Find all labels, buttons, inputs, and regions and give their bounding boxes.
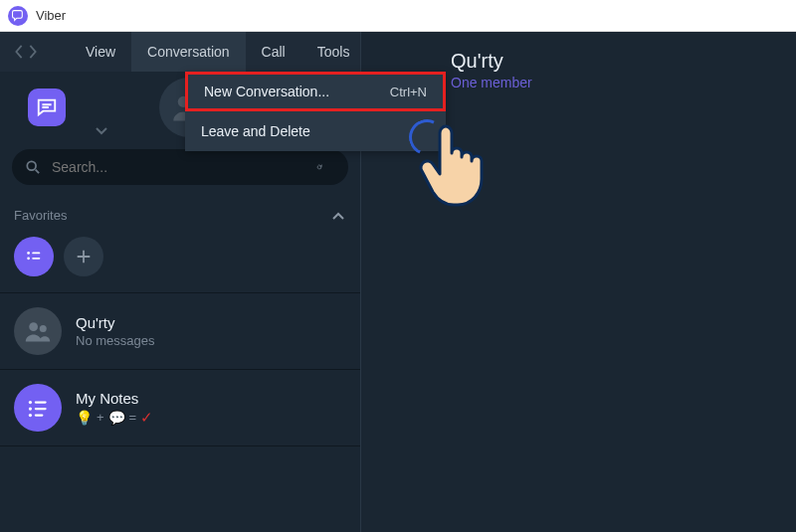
svg-rect-4	[32, 258, 40, 260]
conversation-subtitle-emoji: 💡 + 💬 = ✓	[76, 409, 153, 427]
search-icon	[26, 160, 40, 174]
svg-point-1	[27, 252, 30, 255]
window-titlebar: Viber	[0, 0, 796, 32]
check-icon: ✓	[140, 409, 153, 427]
conversation-dropdown: New Conversation... Ctrl+N Leave and Del…	[185, 72, 446, 151]
menu-new-conversation[interactable]: New Conversation... Ctrl+N	[185, 72, 446, 111]
menubar: View Conversation Call Tools Help	[0, 32, 360, 72]
menu-view[interactable]: View	[70, 32, 131, 72]
favorites-label: Favorites	[14, 208, 67, 223]
svg-point-7	[29, 401, 32, 404]
favorites-chips	[0, 231, 360, 292]
favorite-notes-chip[interactable]	[14, 237, 54, 276]
search-input[interactable]	[52, 159, 316, 175]
window-title: Viber	[36, 8, 66, 23]
nav-back-button[interactable]	[14, 40, 24, 64]
svg-point-3	[27, 257, 30, 260]
chat-icon[interactable]	[28, 89, 66, 126]
menu-leave-and-delete[interactable]: Leave and Delete	[185, 111, 446, 151]
hand-pointer-icon	[416, 123, 494, 215]
conversation-subtitle: No messages	[76, 333, 154, 348]
svg-point-0	[27, 161, 36, 170]
svg-point-11	[29, 414, 32, 417]
plus-icon	[75, 248, 93, 266]
chevron-up-icon	[332, 206, 344, 224]
chevron-down-icon[interactable]	[96, 121, 107, 139]
refresh-button[interactable]	[316, 158, 334, 176]
add-favorite-button[interactable]	[64, 237, 103, 276]
chat-members-link[interactable]: One member	[451, 75, 796, 90]
conversation-qurty[interactable]: Qu'rty No messages	[0, 292, 360, 369]
conversation-mynotes[interactable]: My Notes 💡 + 💬 = ✓	[0, 369, 360, 446]
dropdown-item-label: New Conversation...	[204, 84, 329, 99]
plus-text: +	[97, 410, 104, 425]
menu-conversation[interactable]: Conversation	[131, 32, 246, 72]
svg-rect-10	[35, 408, 47, 410]
favorites-header[interactable]: Favorites	[0, 199, 360, 231]
thought-emoji-icon: 💬	[108, 410, 125, 426]
svg-point-5	[29, 322, 38, 331]
bulb-emoji-icon: 💡	[76, 410, 93, 426]
equals-text: =	[129, 410, 137, 425]
dropdown-item-label: Leave and Delete	[201, 123, 310, 139]
group-avatar-icon	[14, 307, 62, 355]
conversation-name: My Notes	[76, 390, 153, 407]
viber-logo-icon	[8, 6, 28, 26]
chat-title: Qu'rty	[451, 50, 796, 73]
conversation-text: Qu'rty No messages	[76, 314, 154, 348]
notes-avatar-icon	[14, 384, 62, 432]
svg-rect-2	[32, 253, 40, 255]
svg-point-6	[40, 325, 47, 332]
conversation-text: My Notes 💡 + 💬 = ✓	[76, 390, 153, 427]
nav-forward-button[interactable]	[28, 40, 38, 64]
list-icon	[25, 248, 43, 266]
dropdown-item-shortcut: Ctrl+N	[390, 85, 427, 99]
svg-point-9	[29, 407, 32, 410]
svg-rect-12	[35, 415, 44, 417]
menu-call[interactable]: Call	[246, 32, 301, 72]
search-box[interactable]	[12, 149, 348, 185]
conversation-name: Qu'rty	[76, 314, 154, 331]
svg-rect-8	[35, 402, 47, 404]
menu-tools[interactable]: Tools	[301, 32, 366, 72]
